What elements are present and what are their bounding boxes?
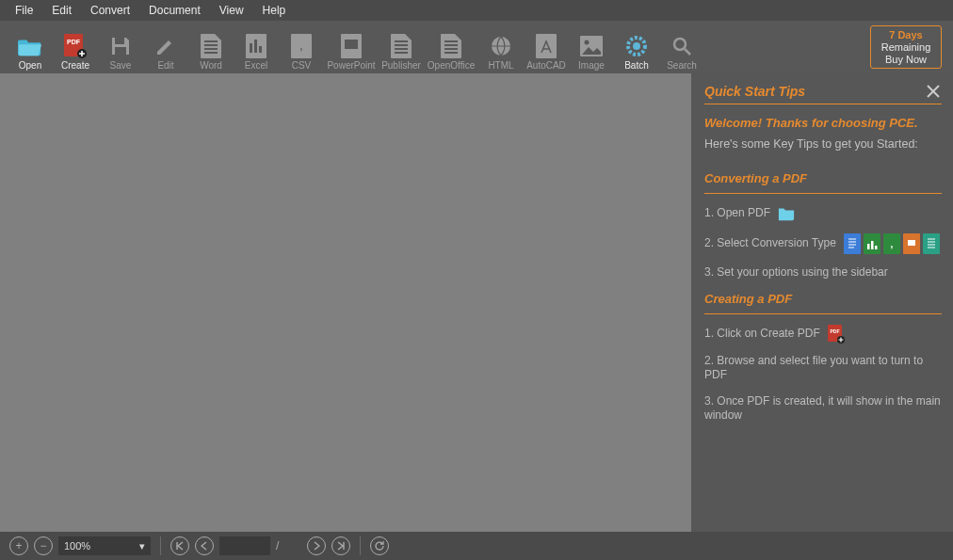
gear-icon bbox=[624, 34, 649, 58]
welcome-text: Welcome! Thanks for choosing PCE. bbox=[704, 116, 942, 130]
first-page-button[interactable] bbox=[170, 536, 189, 555]
trial-remaining: Remaining bbox=[881, 41, 931, 54]
csv-label: CSV bbox=[292, 60, 312, 71]
create-button[interactable]: PDF Create bbox=[53, 24, 98, 71]
publisher-button[interactable]: Publisher bbox=[379, 24, 424, 71]
chevron-down-icon: ▾ bbox=[139, 540, 145, 552]
svg-text:,: , bbox=[890, 239, 893, 249]
folder-icon bbox=[778, 205, 795, 222]
prev-page-button[interactable] bbox=[195, 536, 214, 555]
open-button[interactable]: Open bbox=[8, 24, 53, 71]
svg-text:,: , bbox=[300, 41, 303, 52]
svg-rect-21 bbox=[871, 241, 874, 249]
csv-icon: , bbox=[289, 34, 314, 58]
image-button[interactable]: Image bbox=[569, 24, 614, 71]
menu-file[interactable]: File bbox=[6, 1, 42, 20]
svg-rect-6 bbox=[250, 43, 252, 53]
search-icon bbox=[670, 34, 694, 58]
zoom-value: 100% bbox=[64, 540, 90, 552]
ppt-type-icon bbox=[903, 233, 920, 254]
svg-rect-22 bbox=[875, 246, 878, 249]
html-icon bbox=[489, 34, 513, 58]
sidebar-title: Quick Start Tips bbox=[704, 84, 805, 99]
convert-step-2: 2. Select Conversion Type , bbox=[704, 233, 942, 254]
divider bbox=[704, 313, 942, 314]
svg-point-18 bbox=[633, 42, 640, 50]
pub-type-icon bbox=[923, 233, 940, 254]
rotate-button[interactable] bbox=[370, 536, 389, 555]
last-page-button[interactable] bbox=[331, 536, 350, 555]
svg-rect-3 bbox=[115, 38, 124, 44]
csv-type-icon: , bbox=[883, 233, 900, 254]
svg-rect-24 bbox=[908, 240, 915, 246]
excel-icon bbox=[244, 34, 268, 58]
menu-help[interactable]: Help bbox=[253, 1, 296, 20]
open-label: Open bbox=[19, 60, 41, 71]
folder-icon bbox=[18, 34, 42, 58]
divider bbox=[160, 536, 161, 555]
divider bbox=[704, 104, 942, 104]
zoom-select[interactable]: 100% ▾ bbox=[58, 536, 151, 555]
word-button[interactable]: Word bbox=[188, 24, 234, 71]
page-separator: / bbox=[276, 539, 279, 552]
openoffice-label: OpenOffice bbox=[428, 60, 475, 71]
save-icon bbox=[108, 34, 133, 58]
save-button[interactable]: Save bbox=[98, 24, 143, 71]
powerpoint-icon bbox=[339, 34, 363, 58]
powerpoint-label: PowerPoint bbox=[327, 60, 375, 71]
html-label: HTML bbox=[488, 60, 513, 71]
excel-button[interactable]: Excel bbox=[234, 24, 279, 71]
create-heading: Creating a PDF bbox=[704, 292, 942, 306]
openoffice-button[interactable]: OpenOffice bbox=[424, 24, 478, 71]
main-area: Quick Start Tips Welcome! Thanks for cho… bbox=[0, 73, 953, 532]
zoom-in-button[interactable]: + bbox=[9, 536, 28, 555]
powerpoint-button[interactable]: PowerPoint bbox=[324, 24, 379, 71]
excel-label: Excel bbox=[245, 60, 267, 71]
quick-start-sidebar: Quick Start Tips Welcome! Thanks for cho… bbox=[691, 73, 953, 532]
close-icon[interactable] bbox=[925, 83, 942, 100]
save-label: Save bbox=[110, 60, 132, 71]
publisher-label: Publisher bbox=[381, 60, 421, 71]
csv-button[interactable]: , CSV bbox=[279, 24, 324, 71]
autocad-icon bbox=[534, 34, 558, 58]
edit-button[interactable]: Edit bbox=[143, 24, 188, 71]
trial-buy-now: Buy Now bbox=[885, 54, 927, 66]
svg-rect-8 bbox=[259, 46, 262, 53]
search-button[interactable]: Search bbox=[659, 24, 704, 71]
next-page-button[interactable] bbox=[307, 536, 326, 555]
menu-view[interactable]: View bbox=[210, 1, 253, 20]
word-label: Word bbox=[200, 60, 222, 71]
create-label: Create bbox=[61, 60, 89, 71]
menu-document[interactable]: Document bbox=[139, 1, 210, 20]
page-number-input[interactable] bbox=[219, 536, 270, 555]
create-pdf-icon: PDF bbox=[828, 326, 845, 343]
svg-rect-4 bbox=[115, 47, 126, 55]
openoffice-icon bbox=[439, 34, 463, 58]
search-label: Search bbox=[667, 60, 697, 71]
create-step-1: 1. Click on Create PDF PDF bbox=[704, 326, 942, 343]
excel-type-icon bbox=[864, 233, 880, 254]
autocad-button[interactable]: AutoCAD bbox=[524, 24, 569, 71]
zoom-out-button[interactable]: − bbox=[34, 536, 53, 555]
html-button[interactable]: HTML bbox=[478, 24, 524, 71]
autocad-label: AutoCAD bbox=[526, 60, 566, 71]
edit-label: Edit bbox=[157, 60, 173, 71]
svg-rect-20 bbox=[867, 244, 870, 249]
svg-rect-12 bbox=[345, 40, 358, 49]
create-step-2: 2. Browse and select file you want to tu… bbox=[704, 354, 942, 383]
divider bbox=[360, 536, 361, 555]
batch-label: Batch bbox=[624, 60, 649, 71]
status-bar: + − 100% ▾ / bbox=[0, 532, 953, 560]
image-label: Image bbox=[578, 60, 605, 71]
toolbar: Open PDF Create Save Edit Word Excel , bbox=[0, 21, 953, 73]
menu-edit[interactable]: Edit bbox=[42, 1, 81, 20]
menu-convert[interactable]: Convert bbox=[81, 1, 139, 20]
svg-text:PDF: PDF bbox=[830, 328, 839, 334]
batch-button[interactable]: Batch bbox=[614, 24, 659, 71]
create-pdf-icon: PDF bbox=[63, 34, 88, 58]
publisher-icon bbox=[389, 34, 413, 58]
trial-badge[interactable]: 7 Days Remaining Buy Now bbox=[870, 25, 942, 69]
convert-step-1: 1. Open PDF bbox=[704, 205, 942, 222]
document-canvas bbox=[0, 73, 691, 532]
svg-point-16 bbox=[585, 40, 590, 45]
